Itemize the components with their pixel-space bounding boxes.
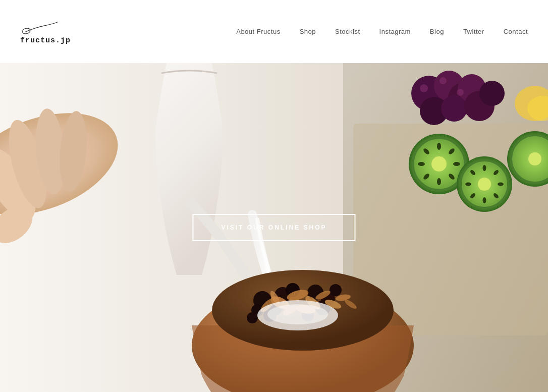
nav-twitter[interactable]: Twitter (463, 28, 484, 35)
svg-point-52 (483, 165, 486, 171)
nav-shop[interactable]: Shop (300, 28, 316, 35)
svg-point-54 (498, 183, 504, 186)
nav-contact[interactable]: Contact (504, 28, 528, 35)
logo-text: FRUCTUS.JP (20, 36, 71, 45)
svg-point-46 (418, 162, 425, 166)
svg-point-75 (457, 89, 464, 96)
svg-point-21 (330, 284, 342, 296)
svg-point-72 (479, 81, 505, 106)
cta-container: VISIT OUR ONLINE SHOP (192, 214, 355, 241)
svg-point-51 (478, 178, 491, 191)
visit-shop-button[interactable]: VISIT OUR ONLINE SHOP (192, 214, 355, 241)
svg-point-44 (437, 178, 441, 185)
site-header: FRUCTUS.JP About Fructus Shop Stockist I… (0, 0, 548, 63)
svg-point-39 (431, 156, 447, 172)
svg-point-56 (483, 197, 486, 203)
hero-section: VISIT OUR ONLINE SHOP (0, 63, 548, 392)
svg-point-58 (465, 183, 471, 186)
nav-stockist[interactable]: Stockist (335, 28, 360, 35)
spoon-logo-icon (20, 19, 66, 36)
svg-point-63 (528, 152, 541, 165)
svg-point-42 (453, 162, 460, 166)
nav-blog[interactable]: Blog (430, 28, 444, 35)
logo-area: FRUCTUS.JP (20, 19, 71, 45)
nav-instagram[interactable]: Instagram (379, 28, 411, 35)
main-nav: About Fructus Shop Stockist Instagram Bl… (236, 28, 528, 35)
nav-about[interactable]: About Fructus (236, 28, 280, 35)
svg-point-36 (267, 304, 328, 324)
svg-point-18 (247, 312, 258, 323)
svg-point-73 (420, 84, 428, 92)
svg-point-74 (440, 77, 447, 84)
svg-point-0 (22, 27, 31, 34)
svg-point-40 (437, 143, 441, 150)
